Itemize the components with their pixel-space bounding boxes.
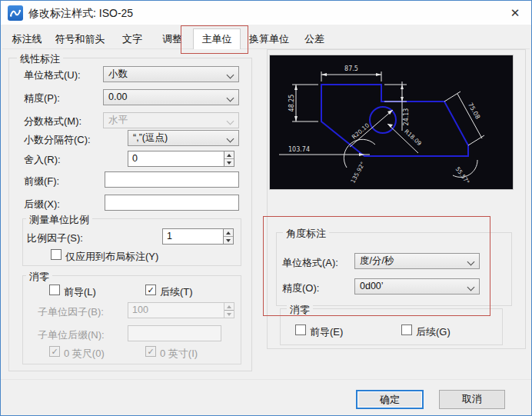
zero-feet-checkbox: ✓ <box>49 346 60 357</box>
arrow-up-icon <box>226 231 231 235</box>
preview-dim-bottom: 103.74 <box>288 146 310 153</box>
angular-precision-select[interactable]: 0d00’ <box>354 278 480 295</box>
round-off-label: 舍入(R): <box>24 153 61 167</box>
round-off-value[interactable]: 0 <box>128 151 224 167</box>
spin-down-button[interactable] <box>224 237 233 244</box>
precision-value: 0.00 <box>108 92 127 102</box>
sub-unit-factor-stepper: 100 <box>128 302 234 318</box>
layout-only-checkbox-label[interactable]: 仅应用到布局标注(Y) <box>65 250 158 264</box>
zero-inches-label: 0 英寸(I) <box>160 347 198 361</box>
sub-unit-suffix-label: 子单位后缀(N): <box>38 328 105 342</box>
close-icon[interactable]: ✕ <box>505 5 525 22</box>
tab-text[interactable]: 文字 <box>113 30 151 48</box>
preview-radius-right: R18.09 <box>403 128 423 147</box>
angular-precision-label: 精度(O): <box>282 281 319 295</box>
unit-format-value: 小数 <box>108 68 128 79</box>
unit-format-label: 单位格式(U): <box>24 68 81 82</box>
scale-factor-value[interactable]: 1 <box>162 228 223 245</box>
ok-button[interactable]: 确定 <box>356 390 424 409</box>
zero-suppression-right-title: 消零 <box>287 303 313 317</box>
zero-feet-label: 0 英尺(0) <box>64 347 105 361</box>
round-off-spin-buttons <box>224 151 234 167</box>
angular-dimension-group-title: 角度标注 <box>283 227 329 241</box>
title-bar: 修改标注样式: ISO-25 ✕ <box>1 1 531 25</box>
prefix-field[interactable] <box>105 171 239 188</box>
measurement-scale-group-title: 测量单位比例 <box>26 213 92 227</box>
chevron-down-icon <box>227 95 234 102</box>
angular-unit-format-value: 度/分/秒 <box>360 255 394 266</box>
arrow-up-icon <box>227 154 231 157</box>
cancel-button[interactable]: 取消 <box>439 390 505 409</box>
precision-label: 精度(P): <box>24 92 60 105</box>
arrow-down-icon <box>227 161 231 165</box>
spin-up-button[interactable] <box>224 229 233 237</box>
trailing-zero-label[interactable]: 后续(T) <box>160 285 193 299</box>
angular-trailing-zero-label[interactable]: 后续(G) <box>416 325 451 339</box>
spin-down-button[interactable] <box>224 159 234 166</box>
layout-only-checkbox[interactable] <box>51 249 62 260</box>
fraction-format-select: 水平 <box>103 112 239 128</box>
dimension-preview: 87.5 48.25 24.13 75.08 1 <box>269 55 514 190</box>
scale-factor-label: 比例因子(S): <box>27 231 83 245</box>
angular-trailing-zero-checkbox[interactable] <box>401 324 412 335</box>
dimension-style-dialog: 修改标注样式: ISO-25 ✕ 标注线 符号和箭头 文字 调整 主单位 换算单… <box>0 0 532 416</box>
angular-unit-format-select[interactable]: 度/分/秒 <box>354 253 480 269</box>
preview-angle-left: 135.92° <box>349 161 366 185</box>
preview-dim-aligned: 75.08 <box>467 102 481 120</box>
angular-leading-zero-label[interactable]: 前导(E) <box>310 325 343 339</box>
tab-dimension-lines[interactable]: 标注线 <box>7 30 47 48</box>
angular-precision-value: 0d00’ <box>360 281 384 291</box>
arrow-up-icon <box>227 305 231 308</box>
fraction-format-value: 水平 <box>108 115 128 125</box>
footer-divider <box>1 379 531 380</box>
suffix-field[interactable] <box>105 195 239 211</box>
sub-unit-factor-spin-buttons <box>224 302 234 318</box>
leading-zero-checkbox[interactable] <box>49 285 60 295</box>
chevron-down-icon <box>227 118 234 125</box>
prefix-label: 前缀(F): <box>24 175 59 188</box>
leading-zero-label[interactable]: 前导(L) <box>64 285 96 299</box>
app-icon <box>8 5 23 21</box>
scale-factor-spin-buttons <box>223 228 234 245</box>
spin-down-button <box>224 311 234 318</box>
zero-suppression-left-title: 消零 <box>26 270 52 284</box>
decimal-separator-select[interactable]: “,”(逗点) <box>128 130 239 146</box>
arrow-down-icon <box>226 239 231 242</box>
suffix-label: 后缀(X): <box>24 198 60 211</box>
spin-up-button[interactable] <box>224 151 234 159</box>
zero-inches-checkbox: ✓ <box>145 346 156 357</box>
dialog-title: 修改标注样式: ISO-25 <box>28 7 133 21</box>
preview-shape <box>321 85 468 156</box>
preview-dim-step: 24.13 <box>403 108 410 126</box>
round-off-stepper[interactable]: 0 <box>128 151 234 167</box>
tab-alternate-units[interactable]: 换算单位 <box>242 30 296 48</box>
angular-unit-format-label: 单位格式(A): <box>282 256 338 270</box>
tab-fit[interactable]: 调整 <box>153 30 191 48</box>
precision-select[interactable]: 0.00 <box>103 89 239 105</box>
chevron-down-icon <box>467 258 475 266</box>
chevron-down-icon <box>227 135 234 143</box>
preview-dim-left: 48.25 <box>288 95 295 112</box>
fraction-format-label: 分数格式(M): <box>24 115 81 128</box>
sub-unit-suffix-field <box>128 325 221 341</box>
tab-tolerances[interactable]: 公差 <box>298 30 331 48</box>
preview-dim-top: 87.5 <box>344 65 358 72</box>
linear-dimension-group-title: 线性标注 <box>17 52 63 66</box>
tab-symbols-arrows[interactable]: 符号和箭头 <box>48 30 111 48</box>
angular-leading-zero-checkbox[interactable] <box>295 324 306 335</box>
spin-up-button <box>224 303 234 311</box>
chevron-down-icon <box>467 284 475 291</box>
chevron-down-icon <box>227 72 234 79</box>
scale-factor-stepper[interactable]: 1 <box>162 228 234 245</box>
tab-primary-units[interactable]: 主单位 <box>193 28 241 49</box>
trailing-zero-checkbox[interactable]: ✓ <box>145 285 156 295</box>
decimal-separator-value: “,”(逗点) <box>133 132 168 143</box>
sub-unit-factor-label: 子单位因子(B): <box>38 305 104 319</box>
unit-format-select[interactable]: 小数 <box>103 66 239 82</box>
decimal-separator-label: 小数分隔符(C): <box>24 133 91 147</box>
arrow-down-icon <box>227 313 231 316</box>
sub-unit-factor-value: 100 <box>128 302 224 318</box>
